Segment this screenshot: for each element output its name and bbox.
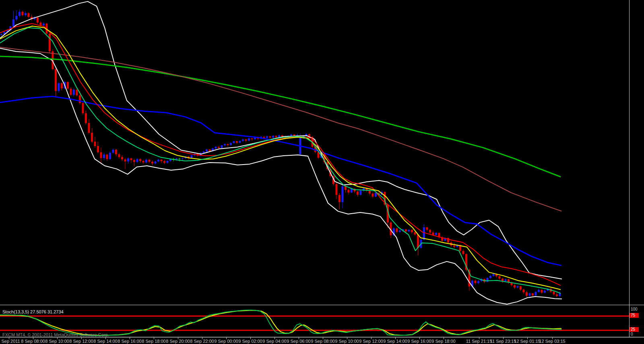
candle-body — [429, 230, 431, 233]
candle-body — [163, 161, 165, 163]
stoch-scale-0: 0 — [631, 332, 633, 336]
ma-long-green-line — [0, 56, 561, 177]
candle-body — [221, 145, 223, 148]
candle-body — [94, 142, 96, 146]
candle-body — [136, 159, 138, 162]
candle-body — [61, 83, 63, 89]
candle-body — [475, 281, 477, 283]
time-label: 11 Sep 21:15 — [466, 339, 492, 344]
candle-body — [263, 137, 265, 138]
candle-body — [103, 154, 105, 158]
candle-body — [149, 160, 151, 162]
candle-body — [408, 230, 410, 231]
candles-layer — [0, 9, 561, 298]
candle-body — [417, 235, 419, 248]
candle-body — [206, 149, 208, 151]
candle-body — [541, 290, 543, 293]
candle-body — [278, 135, 280, 137]
candle-body — [151, 162, 153, 163]
candle-body — [155, 161, 157, 163]
candle-body — [157, 160, 159, 161]
candle-body — [251, 138, 253, 139]
candle-body — [239, 141, 241, 142]
pane-separator[interactable] — [0, 305, 644, 305]
candle-body — [453, 245, 455, 247]
candle-body — [182, 158, 184, 159]
time-label: 8 Sep 18:00 — [142, 339, 165, 344]
candle-body — [130, 159, 132, 160]
candle-body — [224, 144, 226, 145]
time-label: 9 Sep 04:00 — [262, 339, 286, 344]
candle-body — [233, 141, 235, 143]
candle-body — [218, 147, 220, 148]
price-axis[interactable]: 0.884100.880400.879400.878300.876500.876… — [630, 0, 644, 305]
candle-body — [269, 136, 271, 138]
candle-body — [22, 12, 24, 15]
candle-body — [275, 136, 277, 137]
candle-body — [348, 190, 350, 193]
time-label: 9 Sep 16:00 — [407, 339, 431, 344]
candle-body — [67, 82, 69, 89]
candle-body — [514, 285, 516, 288]
candle-body — [538, 290, 540, 292]
ma-yellow-line — [0, 26, 561, 290]
candle-body — [372, 194, 374, 197]
candle-body — [19, 12, 21, 16]
time-label: 9 Sep 02:00 — [238, 339, 262, 344]
candle-body — [82, 103, 84, 113]
ma-maroon-line — [0, 47, 561, 211]
candle-body — [88, 123, 90, 133]
candle-body — [236, 141, 238, 143]
candle-body — [502, 278, 504, 281]
candle-body — [91, 133, 93, 142]
candle-body — [43, 24, 45, 26]
price-chart[interactable] — [0, 0, 629, 305]
candle-body — [175, 159, 178, 159]
time-label: 9 Sep 18:00 — [431, 339, 455, 344]
candle-body — [411, 230, 413, 232]
time-label: 12 Sep 01:15 — [514, 339, 540, 344]
candle-body — [40, 23, 42, 25]
candle-body — [97, 146, 99, 152]
candle-body — [209, 149, 211, 151]
candle-body — [133, 160, 135, 162]
candle-body — [535, 292, 537, 296]
candle-body — [435, 233, 437, 235]
time-label: 9 Sep 00:00 — [214, 339, 238, 344]
candle-body — [489, 276, 491, 278]
mt4-chart-window: Stoch(13,3,5) 27.5076 31.2734 FXCM MT4, … — [0, 0, 644, 344]
stoch-axis[interactable]: 100 75 25 0 — [630, 305, 644, 337]
candle-body — [544, 290, 546, 293]
stoch-d-line — [0, 311, 561, 336]
candle-body — [112, 150, 114, 153]
candle-body — [127, 159, 129, 162]
candle-body — [248, 138, 250, 141]
candle-body — [100, 152, 102, 158]
candle-body — [351, 189, 353, 192]
time-label: 9 Sep 08:00 — [311, 339, 334, 344]
candle-body — [396, 229, 398, 232]
time-axis[interactable]: 8 Sep 20118 Sep 08:008 Sep 10:008 Sep 12… — [0, 337, 644, 344]
candle-body — [73, 90, 75, 95]
candle-body — [426, 227, 428, 230]
candle-body — [432, 233, 434, 235]
candle-body — [124, 159, 126, 161]
candle-body — [161, 160, 163, 161]
candle-body — [115, 150, 117, 154]
candle-body — [423, 227, 425, 240]
candle-body — [342, 186, 344, 202]
candle-body — [336, 184, 338, 195]
time-label: 9 Sep 14:00 — [383, 339, 407, 344]
candle-body — [532, 293, 534, 295]
candle-body — [142, 161, 144, 163]
candle-body — [25, 13, 27, 15]
candle-body — [79, 95, 81, 103]
candle-body — [405, 229, 407, 231]
ma-red-fast-line — [0, 24, 561, 286]
candle-body — [16, 16, 18, 19]
candle-body — [121, 157, 123, 159]
candle-body — [242, 139, 244, 141]
candle-body — [12, 19, 14, 26]
time-label: 8 Sep 22:00 — [190, 339, 214, 344]
time-label: 9 Sep 10:00 — [335, 339, 359, 344]
